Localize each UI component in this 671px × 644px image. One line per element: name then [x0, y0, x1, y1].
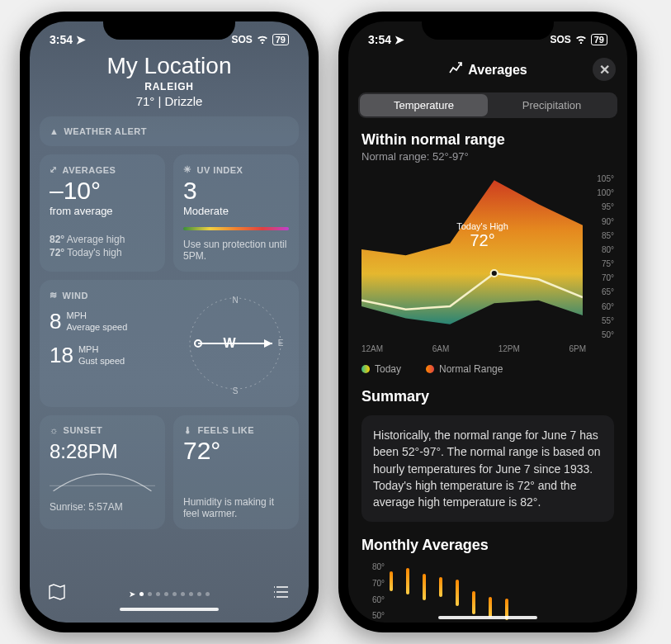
map-button[interactable]	[48, 583, 66, 604]
close-button[interactable]: ✕	[593, 58, 616, 81]
sunset-icon: ☼	[50, 425, 59, 435]
summary-heading: Summary	[361, 388, 614, 405]
svg-marker-7	[264, 339, 272, 348]
averages-value: –10°	[50, 178, 155, 203]
sos-label: SOS	[231, 34, 252, 45]
location-arrow-icon: ➤	[395, 33, 404, 46]
wind-avg: 8	[50, 309, 61, 334]
normal-range: Normal range: 52°-97°	[361, 150, 614, 163]
svg-text:E: E	[278, 339, 284, 348]
wind-gust: 18	[50, 343, 73, 368]
location-subtitle: RALEIGH	[40, 81, 299, 92]
phone-averages-detail: 3:54 ➤ SOS 79 Averages ✕ Temperature Pre…	[338, 12, 637, 632]
status-time: 3:54	[368, 33, 391, 46]
current-condition: 71° | Drizzle	[40, 94, 299, 108]
location-arrow-icon: ➤	[129, 590, 135, 599]
sunset-card[interactable]: ☼ SUNSET 8:28PM Sunrise: 5:57AM	[40, 415, 165, 529]
status-bar: 3:54 ➤ SOS 79	[348, 21, 627, 50]
feels-label: FEELS LIKE	[198, 425, 255, 435]
y-axis: 105°100°95°90°85°80°75°70°65°60°55°50°	[583, 174, 614, 339]
uv-label: UV INDEX	[197, 165, 243, 175]
sun-arc-icon	[50, 463, 155, 496]
averages-card[interactable]: ⤢ AVERAGES –10° from average 82° Average…	[40, 154, 165, 272]
weather-alert-card[interactable]: ▲ WEATHER ALERT	[40, 116, 299, 146]
bottom-nav: ➤	[30, 583, 309, 604]
page-dots[interactable]: ➤	[129, 590, 210, 599]
today-marker: Today's High 72°	[456, 221, 508, 250]
feels-note: Humidity is making it feel warmer.	[183, 496, 289, 519]
svg-point-9	[491, 270, 498, 277]
averages-sub: from average	[50, 205, 155, 217]
tab-precipitation[interactable]: Precipitation	[488, 94, 616, 116]
wifi-icon	[256, 34, 269, 46]
monthly-heading: Monthly Averages	[361, 537, 614, 554]
monthly-chart[interactable]: 80°70°60°50°	[361, 562, 614, 620]
detail-header: Averages ✕	[348, 50, 627, 88]
wind-card[interactable]: ≋ WIND 8 MPHAverage speed 18 MPHGust spe…	[40, 280, 299, 407]
feels-like-card[interactable]: 🌡 FEELS LIKE 72° Humidity is making it f…	[173, 415, 299, 529]
chart-legend: Today Normal Range	[361, 363, 614, 375]
location-title: My Location	[40, 53, 299, 79]
location-arrow-icon: ➤	[76, 33, 86, 46]
sunrise-label: Sunrise: 5:57AM	[50, 501, 155, 513]
sos-label: SOS	[550, 34, 570, 45]
uv-value: 3	[183, 178, 289, 203]
averages-label: AVERAGES	[63, 165, 116, 175]
sunset-time: 8:28PM	[50, 440, 155, 463]
alert-icon: ▲	[50, 126, 59, 136]
status-time: 3:54	[50, 33, 73, 46]
x-axis: 12AM6AM12PM6PM	[361, 344, 614, 353]
home-indicator[interactable]	[120, 608, 219, 611]
segment-control: Temperature Precipitation	[358, 92, 617, 118]
tab-temperature[interactable]: Temperature	[360, 94, 488, 116]
phone-weather-home: 3:54 ➤ SOS 79 My Location RALEIGH 71° | …	[20, 12, 319, 632]
temperature-chart[interactable]: Today's High 72° 105°100°95°90°85°80°75°…	[361, 174, 614, 339]
location-header: My Location RALEIGH 71° | Drizzle	[40, 53, 299, 108]
within-heading: Within normal range	[361, 131, 614, 149]
detail-title: Averages	[468, 63, 527, 78]
sun-icon: ☀	[183, 164, 192, 175]
uv-card[interactable]: ☀ UV INDEX 3 Moderate Use sun protection…	[173, 154, 299, 272]
wind-label: WIND	[63, 291, 88, 301]
battery-icon: 79	[591, 34, 607, 45]
status-bar: 3:54 ➤ SOS 79	[30, 21, 309, 50]
averages-icon: ⤢	[50, 164, 58, 175]
battery-icon: 79	[272, 34, 289, 45]
feels-value: 72°	[183, 438, 289, 463]
thermometer-icon: 🌡	[183, 425, 193, 435]
sunset-label: SUNSET	[64, 425, 103, 435]
compass-icon: N S E W	[182, 290, 289, 397]
uv-level: Moderate	[183, 205, 289, 217]
summary-text: Historically, the normal range for June …	[361, 415, 614, 522]
svg-text:S: S	[233, 386, 239, 395]
chart-icon	[448, 61, 463, 79]
alert-label: WEATHER ALERT	[64, 126, 147, 136]
svg-text:N: N	[232, 296, 238, 305]
wind-icon: ≋	[50, 290, 58, 301]
wifi-icon	[574, 34, 588, 46]
home-indicator[interactable]	[438, 616, 537, 619]
uv-scale	[183, 227, 289, 230]
uv-note: Use sun protection until 5PM.	[183, 239, 289, 262]
list-button[interactable]	[272, 583, 291, 604]
